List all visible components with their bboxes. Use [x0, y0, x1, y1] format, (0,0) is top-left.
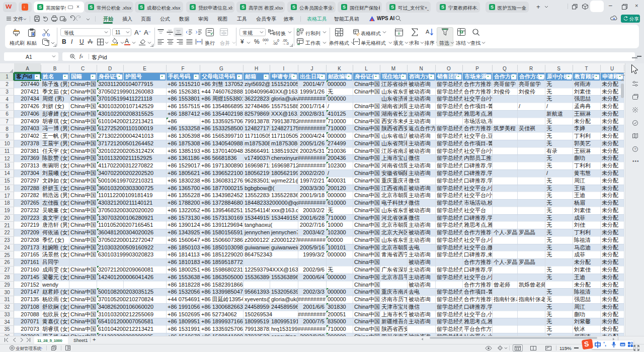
svg-text:?: ?	[634, 147, 636, 151]
svg-text:A: A	[426, 29, 430, 35]
